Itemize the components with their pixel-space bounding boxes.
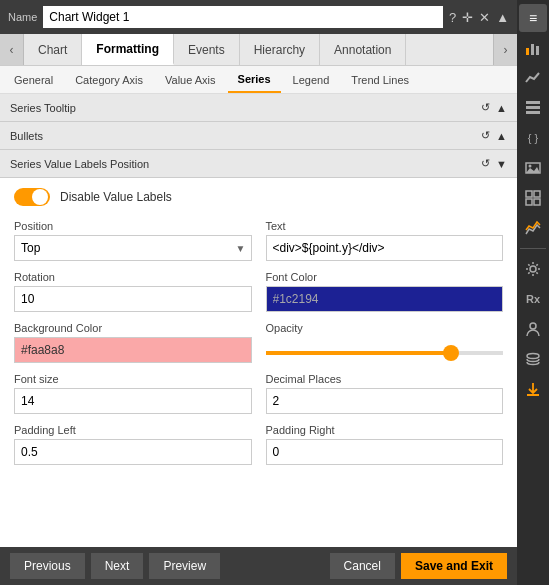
sub-tab-category-axis[interactable]: Category Axis <box>65 66 153 93</box>
tab-right-arrow[interactable]: › <box>493 34 517 65</box>
series-value-refresh-icon[interactable]: ↺ <box>481 157 490 170</box>
sidebar-icon-grid-chart[interactable] <box>519 184 547 212</box>
cancel-button[interactable]: Cancel <box>330 553 395 579</box>
toggle-knob <box>32 189 48 205</box>
series-value-labels-icons: ↺ ▼ <box>481 157 507 170</box>
opacity-slider-wrapper <box>266 337 504 355</box>
svg-rect-2 <box>536 46 539 55</box>
svg-rect-4 <box>526 106 540 109</box>
series-tooltip-chevron-up-icon[interactable]: ▲ <box>496 102 507 114</box>
sidebar-icon-layers[interactable] <box>519 345 547 373</box>
widget-name-input[interactable] <box>43 6 443 28</box>
series-tooltip-refresh-icon[interactable]: ↺ <box>481 101 490 114</box>
sub-tab-series[interactable]: Series <box>228 66 281 93</box>
name-label: Name <box>8 11 37 23</box>
rotation-input[interactable] <box>14 286 252 312</box>
svg-point-13 <box>530 323 536 329</box>
next-button[interactable]: Next <box>91 553 144 579</box>
background-color-input[interactable] <box>14 337 252 363</box>
sidebar-icon-line-chart[interactable] <box>519 64 547 92</box>
rotation-group: Rotation <box>14 271 252 312</box>
series-value-labels-header[interactable]: Series Value Labels Position ↺ ▼ <box>0 150 517 178</box>
font-color-group: Font Color <box>266 271 504 312</box>
opacity-slider[interactable] <box>266 351 504 355</box>
tab-annotation[interactable]: Annotation <box>320 34 406 65</box>
bottom-bar: Previous Next Preview Cancel Save and Ex… <box>0 547 517 585</box>
sidebar-divider <box>520 248 546 249</box>
background-color-group: Background Color <box>14 322 252 363</box>
sidebar-icon-menu[interactable]: ≡ <box>519 4 547 32</box>
svg-rect-3 <box>526 101 540 104</box>
bullets-refresh-icon[interactable]: ↺ <box>481 129 490 142</box>
font-color-label: Font Color <box>266 271 504 283</box>
position-label: Position <box>14 220 252 232</box>
svg-rect-9 <box>534 191 540 197</box>
position-select[interactable]: Top Bottom Left Right Center <box>14 235 252 261</box>
series-tooltip-header[interactable]: Series Tooltip ↺ ▲ <box>0 94 517 122</box>
sub-tab-trend-lines[interactable]: Trend Lines <box>341 66 419 93</box>
close-icon[interactable]: ✕ <box>479 10 490 25</box>
svg-rect-1 <box>531 44 534 55</box>
background-color-label: Background Color <box>14 322 252 334</box>
expand-icon[interactable]: ▲ <box>496 10 509 25</box>
help-icon[interactable]: ? <box>449 10 456 25</box>
sidebar-icon-download[interactable] <box>519 375 547 403</box>
position-group: Position Top Bottom Left Right Center ▼ <box>14 220 252 261</box>
rotation-label: Rotation <box>14 271 252 283</box>
tab-events[interactable]: Events <box>174 34 240 65</box>
series-value-chevron-down-icon[interactable]: ▼ <box>496 158 507 170</box>
svg-point-12 <box>530 266 536 272</box>
fontsize-decimal-row: Font size Decimal Places <box>14 373 503 414</box>
sidebar-icon-bar-chart[interactable] <box>519 34 547 62</box>
sub-tab-bar: General Category Axis Value Axis Series … <box>0 66 517 94</box>
sidebar-icon-image[interactable] <box>519 154 547 182</box>
font-color-input[interactable] <box>266 286 504 312</box>
sidebar-icon-table[interactable] <box>519 94 547 122</box>
font-size-input[interactable] <box>14 388 252 414</box>
sidebar-icon-user[interactable] <box>519 315 547 343</box>
padding-left-label: Padding Left <box>14 424 252 436</box>
svg-rect-0 <box>526 48 529 55</box>
svg-rect-11 <box>534 199 540 205</box>
bullets-chevron-up-icon[interactable]: ▲ <box>496 130 507 142</box>
move-icon[interactable]: ✛ <box>462 10 473 25</box>
sidebar-icon-code[interactable]: { } <box>519 124 547 152</box>
decimal-places-input[interactable] <box>266 388 504 414</box>
series-tooltip-icons: ↺ ▲ <box>481 101 507 114</box>
toggle-row: Disable Value Labels <box>14 188 503 206</box>
font-size-label: Font size <box>14 373 252 385</box>
tab-left-arrow[interactable]: ‹ <box>0 34 24 65</box>
sidebar-icon-settings[interactable] <box>519 255 547 283</box>
padding-left-group: Padding Left <box>14 424 252 465</box>
svg-point-14 <box>527 354 539 359</box>
text-label: Text <box>266 220 504 232</box>
bgcolor-opacity-row: Background Color Opacity <box>14 322 503 363</box>
padding-left-input[interactable] <box>14 439 252 465</box>
position-text-row: Position Top Bottom Left Right Center ▼ <box>14 220 503 261</box>
tab-hierarchy[interactable]: Hierarchy <box>240 34 320 65</box>
padding-right-input[interactable] <box>266 439 504 465</box>
right-sidebar: ≡ { } Rx <box>517 0 549 585</box>
tab-chart[interactable]: Chart <box>24 34 82 65</box>
disable-value-labels-toggle[interactable] <box>14 188 50 206</box>
tab-bar: ‹ Chart Formatting Events Hierarchy Anno… <box>0 34 517 66</box>
previous-button[interactable]: Previous <box>10 553 85 579</box>
sub-tab-general[interactable]: General <box>4 66 63 93</box>
tab-formatting[interactable]: Formatting <box>82 34 174 65</box>
sub-tab-value-axis[interactable]: Value Axis <box>155 66 226 93</box>
toggle-label: Disable Value Labels <box>60 190 172 204</box>
svg-rect-5 <box>526 111 540 114</box>
bullets-header[interactable]: Bullets ↺ ▲ <box>0 122 517 150</box>
sub-tab-legend[interactable]: Legend <box>283 66 340 93</box>
rotation-fontcolor-row: Rotation Font Color <box>14 271 503 312</box>
text-input[interactable] <box>266 235 504 261</box>
title-icons: ? ✛ ✕ ▲ <box>449 10 509 25</box>
svg-rect-8 <box>526 191 532 197</box>
svg-rect-10 <box>526 199 532 205</box>
save-exit-button[interactable]: Save and Exit <box>401 553 507 579</box>
preview-button[interactable]: Preview <box>149 553 220 579</box>
sidebar-icon-analytics[interactable] <box>519 214 547 242</box>
sidebar-icon-rx[interactable]: Rx <box>519 285 547 313</box>
padding-row: Padding Left Padding Right <box>14 424 503 465</box>
text-group: Text <box>266 220 504 261</box>
